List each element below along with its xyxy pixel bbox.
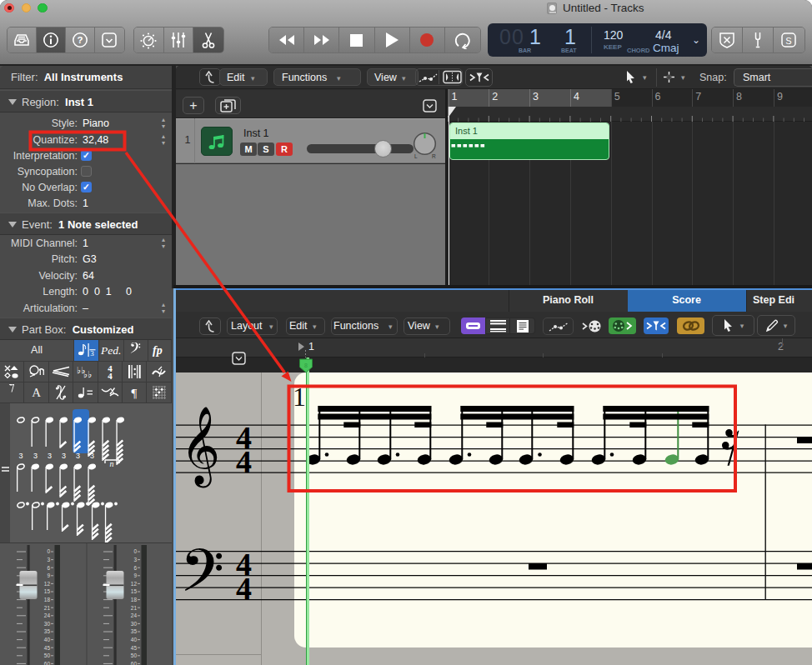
svg-text:9: 9: [133, 572, 137, 578]
svg-text:?: ?: [77, 35, 83, 45]
svg-text:6: 6: [133, 565, 137, 571]
svg-text:4: 4: [108, 371, 113, 380]
svg-text:R: R: [432, 153, 436, 159]
svg-text:35: 35: [44, 628, 51, 634]
svg-text:3: 3: [47, 557, 50, 562]
svg-text:50: 50: [131, 652, 138, 658]
svg-text:9: 9: [47, 572, 50, 578]
svg-text:¶: ¶: [132, 387, 138, 400]
svg-text:18: 18: [131, 597, 138, 602]
svg-text:n: n: [110, 459, 114, 468]
svg-text:8: 8: [304, 362, 308, 368]
svg-text:4: 4: [236, 571, 252, 606]
svg-text:60: 60: [131, 661, 138, 665]
svg-text:3: 3: [18, 452, 23, 460]
svg-text:24: 24: [44, 612, 51, 618]
svg-text:3: 3: [90, 349, 94, 358]
svg-text:4: 4: [236, 444, 252, 479]
svg-text:Ped.: Ped.: [100, 344, 121, 356]
svg-text:0: 0: [47, 548, 50, 554]
svg-text:15: 15: [44, 588, 51, 594]
svg-text:fp: fp: [153, 344, 163, 357]
svg-text:3: 3: [48, 452, 52, 460]
svg-text:3: 3: [133, 557, 137, 562]
svg-text:3: 3: [33, 452, 38, 460]
svg-text:21: 21: [44, 605, 51, 611]
svg-text:15: 15: [131, 588, 138, 594]
svg-text:1: 1: [293, 382, 306, 412]
svg-text:12: 12: [44, 581, 51, 587]
svg-text:40: 40: [44, 637, 51, 642]
svg-text:12: 12: [131, 581, 138, 587]
svg-text:40: 40: [131, 637, 138, 642]
svg-text:L: L: [414, 153, 418, 159]
svg-text:S: S: [786, 36, 792, 46]
svg-text:45: 45: [131, 645, 138, 651]
svg-text:50: 50: [44, 652, 51, 658]
svg-text:0: 0: [133, 548, 137, 554]
svg-text:45: 45: [44, 645, 51, 651]
svg-text:21: 21: [131, 605, 138, 611]
svg-text:3: 3: [76, 452, 80, 460]
svg-text:3: 3: [90, 452, 94, 460]
svg-text:30: 30: [131, 621, 138, 627]
svg-text:♭♭: ♭♭: [83, 369, 92, 378]
svg-text:18: 18: [44, 597, 51, 602]
svg-text:6: 6: [47, 565, 50, 571]
svg-text:24: 24: [131, 612, 138, 618]
svg-text:60: 60: [44, 661, 51, 665]
svg-text:3: 3: [62, 452, 66, 460]
svg-text:30: 30: [44, 621, 51, 627]
svg-text:35: 35: [131, 628, 138, 634]
